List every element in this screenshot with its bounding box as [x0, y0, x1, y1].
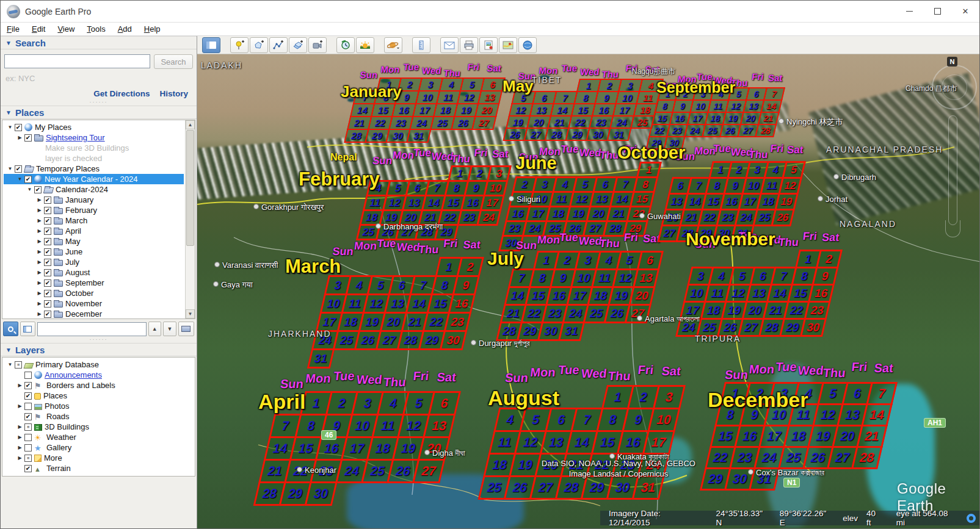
tree-item-october[interactable]: ▶✔October — [4, 288, 184, 298]
print-button[interactable] — [460, 37, 478, 53]
expander-icon[interactable]: ▶ — [16, 455, 24, 461]
tree-item-february[interactable]: ▶✔February — [4, 205, 184, 215]
panel-splitter[interactable]: ······ — [1, 338, 197, 343]
expander-icon[interactable]: ▶ — [35, 280, 43, 286]
expander-icon[interactable]: ▶ — [35, 249, 43, 254]
expander-icon[interactable]: ▶ — [16, 434, 24, 440]
checkbox[interactable]: ✔ — [44, 279, 51, 287]
expander-icon[interactable]: ▶ — [16, 424, 24, 430]
checkbox[interactable]: ✔ — [44, 196, 51, 204]
expander-icon[interactable]: ▶ — [16, 135, 24, 140]
close-button[interactable]: ✕ — [951, 1, 979, 22]
checkbox[interactable]: ■ — [24, 423, 32, 431]
tree-item-calendar-2024[interactable]: ▼✔Calendar-2024 — [4, 184, 184, 195]
expander-icon[interactable]: ▶ — [35, 311, 43, 317]
expander-icon[interactable]: ▶ — [35, 228, 43, 234]
checkbox[interactable]: ✔ — [44, 269, 51, 276]
tree-item-january[interactable]: ▶✔January — [4, 195, 184, 205]
places-panel-header[interactable]: ▼ Places — [1, 106, 197, 119]
tree-item-july[interactable]: ▶✔July — [4, 257, 184, 267]
tree-item-more[interactable]: ▶■More — [4, 453, 194, 463]
checkbox[interactable] — [24, 403, 32, 410]
places-filter-input[interactable] — [37, 322, 147, 336]
expander-icon[interactable]: ▶ — [16, 403, 24, 409]
expander-icon[interactable]: ▶ — [16, 445, 24, 450]
search-input[interactable] — [4, 54, 150, 68]
email-button[interactable] — [440, 37, 459, 53]
scrollbar-thumb[interactable] — [186, 130, 194, 246]
checkbox[interactable]: ✔ — [44, 207, 51, 214]
map-viewport[interactable]: JanuarySunMonTueWedThuFriSat123456789101… — [197, 54, 979, 528]
tree-item-september[interactable]: ▶✔September — [4, 278, 184, 288]
checkbox[interactable]: ✔ — [24, 413, 32, 420]
zoom-slider[interactable] — [948, 115, 957, 225]
expander-icon[interactable]: ▶ — [35, 301, 43, 306]
checkbox[interactable]: ✔ — [24, 134, 32, 142]
scroll-up-icon[interactable]: ▲ — [186, 120, 195, 129]
checkbox[interactable]: ✔ — [34, 186, 42, 193]
view-in-maps-button[interactable] — [499, 37, 517, 53]
expander-icon[interactable]: ▼ — [6, 362, 14, 367]
checkbox[interactable] — [24, 434, 32, 441]
tree-item-primary-database[interactable]: ▼■Primary Database — [4, 359, 194, 370]
tree-item-photos[interactable]: ▶Photos — [4, 401, 194, 411]
tree-item-december[interactable]: ▶✔December — [4, 309, 184, 319]
minimize-button[interactable] — [895, 1, 923, 22]
tree-item-november[interactable]: ▶✔November — [4, 298, 184, 309]
layers-panel-header[interactable]: ▼ Layers — [1, 343, 197, 356]
tree-item-gallery[interactable]: ▶Gallery — [4, 442, 194, 453]
checkbox[interactable]: ■ — [15, 361, 22, 369]
checkbox[interactable]: ✔ — [44, 290, 51, 297]
checkbox[interactable]: ✔ — [44, 248, 51, 256]
expander-icon[interactable]: ▶ — [35, 259, 43, 265]
compass-ring[interactable] — [932, 65, 977, 110]
panel-splitter[interactable]: ······ — [1, 101, 197, 106]
checkbox[interactable]: ✔ — [24, 382, 32, 389]
menu-file[interactable]: File — [7, 24, 20, 34]
checkbox[interactable]: ✔ — [24, 392, 32, 400]
move-down-button[interactable]: ▼ — [163, 322, 176, 336]
places-search-button[interactable] — [3, 322, 18, 336]
tree-item-my-places[interactable]: ▼✔My Places — [4, 122, 184, 132]
checkbox[interactable] — [24, 372, 32, 379]
tree-item-temporary-places[interactable]: ▼✔Temporary Places — [4, 164, 184, 174]
tree-item-may[interactable]: ▶✔May — [4, 236, 184, 247]
expander-icon[interactable]: ▼ — [6, 166, 14, 171]
tree-item-march[interactable]: ▶✔March — [4, 215, 184, 226]
tree-item-terrain[interactable]: ✔Terrain — [4, 463, 194, 473]
historical-imagery-button[interactable] — [336, 37, 355, 53]
expander-icon[interactable]: ▶ — [35, 290, 43, 296]
sunlight-button[interactable] — [356, 37, 374, 53]
tree-item-august[interactable]: ▶✔August — [4, 267, 184, 278]
checkbox[interactable]: ✔ — [44, 300, 51, 308]
add-path-button[interactable] — [269, 37, 288, 53]
tree-item-3d-buildings[interactable]: ▶■3D Buildings — [4, 422, 194, 432]
menu-help[interactable]: Help — [144, 24, 161, 34]
expander-icon[interactable]: ▼ — [6, 124, 14, 130]
save-image-button[interactable] — [479, 37, 498, 53]
expander-icon[interactable]: ▶ — [35, 239, 43, 244]
tree-item-june[interactable]: ▶✔June — [4, 247, 184, 257]
north-indicator[interactable]: N — [947, 57, 957, 67]
new-folder-button[interactable] — [178, 322, 194, 336]
expander-icon[interactable]: ▼ — [26, 187, 34, 192]
add-polygon-button[interactable] — [250, 37, 268, 53]
checkbox[interactable]: ■ — [24, 455, 32, 462]
expander-icon[interactable]: ▶ — [35, 270, 43, 275]
move-up-button[interactable]: ▲ — [148, 322, 162, 336]
search-panel-header[interactable]: ▼ Search — [1, 36, 197, 49]
menu-tools[interactable]: Tools — [87, 24, 105, 34]
checkbox[interactable]: ✔ — [44, 238, 51, 245]
tree-item-borders-and-labels[interactable]: ▶✔Borders and Labels — [4, 380, 194, 390]
tree-item-sightseeing-tour[interactable]: ▶✔Sightseeing Tour — [4, 132, 184, 143]
menu-add[interactable]: Add — [118, 24, 132, 34]
expander-icon[interactable]: ▼ — [16, 176, 24, 182]
zoom-slider-handle[interactable] — [945, 220, 960, 237]
maximize-button[interactable] — [923, 1, 951, 22]
tree-item-roads[interactable]: ✔Roads — [4, 411, 194, 422]
add-image-overlay-button[interactable] — [289, 37, 307, 53]
planets-button[interactable] — [384, 37, 402, 53]
checkbox[interactable]: ✔ — [15, 165, 22, 173]
expander-icon[interactable]: ▶ — [35, 197, 43, 203]
add-placemark-button[interactable] — [230, 37, 249, 53]
